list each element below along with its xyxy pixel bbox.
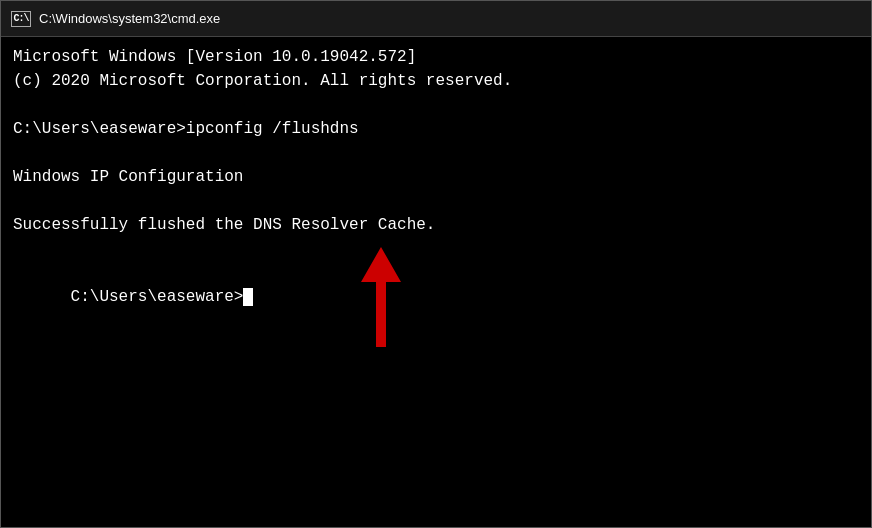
console-line-5 bbox=[13, 141, 859, 165]
console-line-2: (c) 2020 Microsoft Corporation. All righ… bbox=[13, 69, 859, 93]
console-line-9 bbox=[13, 237, 859, 261]
cursor bbox=[243, 288, 253, 306]
window-title: C:\Windows\system32\cmd.exe bbox=[39, 11, 220, 26]
console-line-10: C:\Users\easeware> bbox=[13, 261, 859, 333]
cmd-window: C:\ C:\Windows\system32\cmd.exe Microsof… bbox=[0, 0, 872, 528]
console-line-6: Windows IP Configuration bbox=[13, 165, 859, 189]
console-line-4: C:\Users\easeware>ipconfig /flushdns bbox=[13, 117, 859, 141]
console-body[interactable]: Microsoft Windows [Version 10.0.19042.57… bbox=[1, 37, 871, 527]
console-line-3 bbox=[13, 93, 859, 117]
cmd-icon: C:\ bbox=[11, 9, 31, 29]
cmd-logo: C:\ bbox=[11, 11, 31, 27]
title-bar: C:\ C:\Windows\system32\cmd.exe bbox=[1, 1, 871, 37]
console-line-7 bbox=[13, 189, 859, 213]
console-line-8: Successfully flushed the DNS Resolver Ca… bbox=[13, 213, 859, 237]
console-line-1: Microsoft Windows [Version 10.0.19042.57… bbox=[13, 45, 859, 69]
